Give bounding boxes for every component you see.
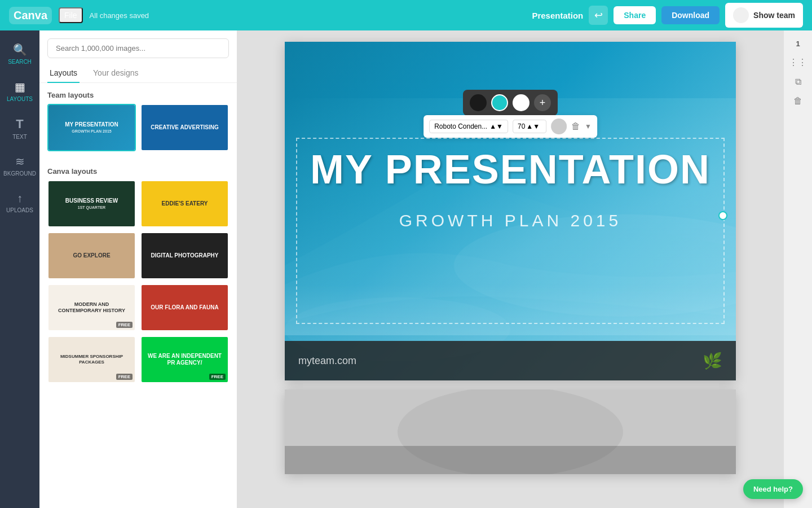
color-add-button[interactable]: + bbox=[534, 94, 551, 111]
right-panel: 1 ⋮⋮ ⧉ 🗑 bbox=[784, 30, 812, 508]
presentation-label: Presentation bbox=[532, 11, 583, 20]
file-menu-button[interactable]: File bbox=[59, 7, 83, 23]
avatar bbox=[733, 7, 749, 23]
sidebar-item-layouts[interactable]: ▦ LAYOUTS bbox=[0, 72, 39, 110]
thumb-pr-title: WE ARE AN INDEPENDENT PR AGENCY/ bbox=[145, 353, 224, 366]
layout-thumb-my-presentation[interactable]: MY PRESENTATION GROWTH PLAN 2015 bbox=[47, 104, 136, 151]
color-swatch-white[interactable] bbox=[513, 94, 529, 111]
free-badge-modern: FREE bbox=[116, 322, 133, 328]
color-picker-toolbar: + bbox=[463, 90, 558, 116]
show-team-button[interactable]: Show team bbox=[725, 3, 803, 28]
layouts-icon: ▦ bbox=[15, 80, 25, 94]
slide-url: myteam.com bbox=[298, 355, 356, 367]
slide-content: + Roboto Conden... ▲▼ 70 ▲▼ 🗑 ▼ MY PRESE bbox=[285, 42, 736, 380]
font-size-arrows: ▲▼ bbox=[526, 122, 540, 130]
canva-logo-text: Canva bbox=[14, 9, 47, 22]
thumb-midsummer-title: MIDSUMMER SPONSORSHIP PACKAGES bbox=[52, 354, 131, 365]
slide-bottom-bar: myteam.com 🌿 bbox=[285, 341, 736, 380]
layout-thumb-go-explore[interactable]: GO EXPLORE bbox=[47, 232, 136, 279]
sidebar-text-label: TEXT bbox=[12, 134, 27, 140]
font-select-arrow: ▲▼ bbox=[489, 122, 503, 130]
undo-button[interactable]: ↩ bbox=[589, 6, 608, 25]
layout-thumb-midsummer[interactable]: MIDSUMMER SPONSORSHIP PACKAGES FREE bbox=[47, 336, 136, 383]
topbar-right: Presentation ↩ Share Download Show team bbox=[532, 3, 803, 28]
search-input[interactable] bbox=[47, 38, 229, 58]
sidebar-layouts-label: LAYOUTS bbox=[7, 96, 33, 102]
font-style-toggle[interactable] bbox=[551, 119, 567, 134]
free-badge-midsummer: FREE bbox=[116, 374, 133, 380]
team-layouts-title: Team layouts bbox=[39, 83, 237, 104]
show-team-label: Show team bbox=[753, 11, 795, 20]
sidebar-bkground-label: BKGROUND bbox=[3, 170, 36, 177]
layout-thumb-pr-agency[interactable]: WE ARE AN INDEPENDENT PR AGENCY/ FREE bbox=[140, 336, 229, 383]
sidebar-item-search[interactable]: 🔍 SEARCH bbox=[0, 35, 39, 72]
thumb-digital-title: DIGITAL PHOTOGRAPHY bbox=[151, 252, 218, 259]
font-toolbar: Roboto Conden... ▲▼ 70 ▲▼ 🗑 ▼ bbox=[423, 115, 597, 138]
save-status: All changes saved bbox=[90, 11, 149, 20]
text-icon: T bbox=[16, 117, 23, 132]
thumb-biz-title: BUSINESS REVIEW bbox=[65, 198, 118, 204]
slide-main-title[interactable]: MY PRESENTATION bbox=[285, 146, 736, 192]
slide-2[interactable] bbox=[285, 389, 736, 474]
search-icon: 🔍 bbox=[13, 43, 27, 56]
font-delete-button[interactable]: 🗑 bbox=[571, 121, 580, 132]
layout-thumb-digital-photo[interactable]: DIGITAL PHOTOGRAPHY bbox=[140, 232, 229, 279]
topbar: Canva File All changes saved Presentatio… bbox=[0, 0, 812, 30]
canva-layouts-grid: BUSINESS REVIEW 1ST QUARTER EDDIE'S EATE… bbox=[39, 180, 237, 391]
sidebar-item-text[interactable]: T TEXT bbox=[0, 110, 39, 147]
free-badge-pr: FREE bbox=[209, 374, 226, 380]
thumb-eddies-title: EDDIE'S EATERY bbox=[162, 200, 208, 207]
slide-2-background bbox=[285, 389, 736, 474]
thumb-my-pres-title: MY PRESENTATION bbox=[65, 121, 118, 128]
layout-thumb-modern-history[interactable]: MODERN AND CONTEMPORARY HISTORY FREE bbox=[47, 284, 136, 331]
rotate-handle[interactable] bbox=[718, 211, 727, 220]
font-size-input[interactable]: 70 ▲▼ bbox=[513, 120, 546, 133]
slide-subtitle[interactable]: GROWTH PLAN 2015 bbox=[285, 211, 736, 230]
thumb-explore-title: GO EXPLORE bbox=[73, 252, 110, 259]
sidebar-uploads-label: UPLOADS bbox=[6, 207, 33, 213]
layouts-panel: Layouts Your designs Team layouts MY PRE… bbox=[39, 30, 237, 508]
right-panel-delete-btn[interactable]: 🗑 bbox=[793, 96, 802, 106]
sidebar-item-uploads[interactable]: ↑ UPLOADS bbox=[0, 184, 39, 221]
search-bar-container bbox=[39, 30, 237, 64]
need-help-button[interactable]: Need help? bbox=[743, 479, 803, 499]
bkground-icon: ≋ bbox=[15, 155, 25, 168]
font-family-selector[interactable]: Roboto Conden... ▲▼ bbox=[429, 120, 508, 133]
sidebar-search-label: SEARCH bbox=[8, 59, 32, 65]
canvas-area: + Roboto Conden... ▲▼ 70 ▲▼ 🗑 ▼ MY PRESE bbox=[237, 30, 784, 508]
right-panel-grid-btn[interactable]: ⋮⋮ bbox=[789, 57, 807, 68]
uploads-icon: ↑ bbox=[17, 192, 23, 205]
font-name: Roboto Conden... bbox=[434, 122, 487, 130]
font-size-value: 70 bbox=[518, 122, 525, 130]
thumb-creative-adv-title: CREATIVE ADVERTISING bbox=[151, 124, 219, 131]
download-button[interactable]: Download bbox=[661, 6, 720, 24]
tab-layouts[interactable]: Layouts bbox=[47, 64, 80, 83]
font-more-button[interactable]: ▼ bbox=[585, 122, 592, 130]
layout-thumb-business-review[interactable]: BUSINESS REVIEW 1ST QUARTER bbox=[47, 180, 136, 227]
right-panel-copy-btn[interactable]: ⧉ bbox=[795, 77, 801, 87]
sidebar-item-bkground[interactable]: ≋ BKGROUND bbox=[0, 147, 39, 184]
color-swatch-teal[interactable] bbox=[491, 94, 508, 111]
layout-thumb-flora-fauna[interactable]: OUR FLORA AND FAUNA bbox=[140, 284, 229, 331]
sidebar-icons: 🔍 SEARCH ▦ LAYOUTS T TEXT ≋ BKGROUND ↑ U… bbox=[0, 30, 39, 508]
slide-1[interactable]: + Roboto Conden... ▲▼ 70 ▲▼ 🗑 ▼ MY PRESE bbox=[285, 42, 736, 380]
panel-tabs: Layouts Your designs bbox=[39, 64, 237, 83]
thumb-biz-sub: 1ST QUARTER bbox=[65, 205, 118, 209]
svg-rect-4 bbox=[285, 446, 736, 474]
share-button[interactable]: Share bbox=[614, 6, 656, 24]
slide-number: 1 bbox=[796, 40, 800, 48]
thumb-modern-title: MODERN AND CONTEMPORARY HISTORY bbox=[52, 301, 131, 314]
slide-logo-icon: 🌿 bbox=[703, 352, 722, 370]
canva-logo[interactable]: Canva bbox=[9, 7, 52, 24]
layout-thumb-creative-adv[interactable]: CREATIVE ADVERTISING bbox=[140, 104, 229, 151]
thumb-my-pres-sub: GROWTH PLAN 2015 bbox=[65, 129, 118, 133]
color-swatch-black[interactable] bbox=[470, 94, 487, 111]
tab-your-designs[interactable]: Your designs bbox=[91, 64, 140, 83]
team-layouts-grid: MY PRESENTATION GROWTH PLAN 2015 CREATIV… bbox=[39, 104, 237, 159]
thumb-flora-title: OUR FLORA AND FAUNA bbox=[151, 304, 218, 311]
layout-thumb-eddies[interactable]: EDDIE'S EATERY bbox=[140, 180, 229, 227]
canva-layouts-title: Canva layouts bbox=[39, 159, 237, 180]
